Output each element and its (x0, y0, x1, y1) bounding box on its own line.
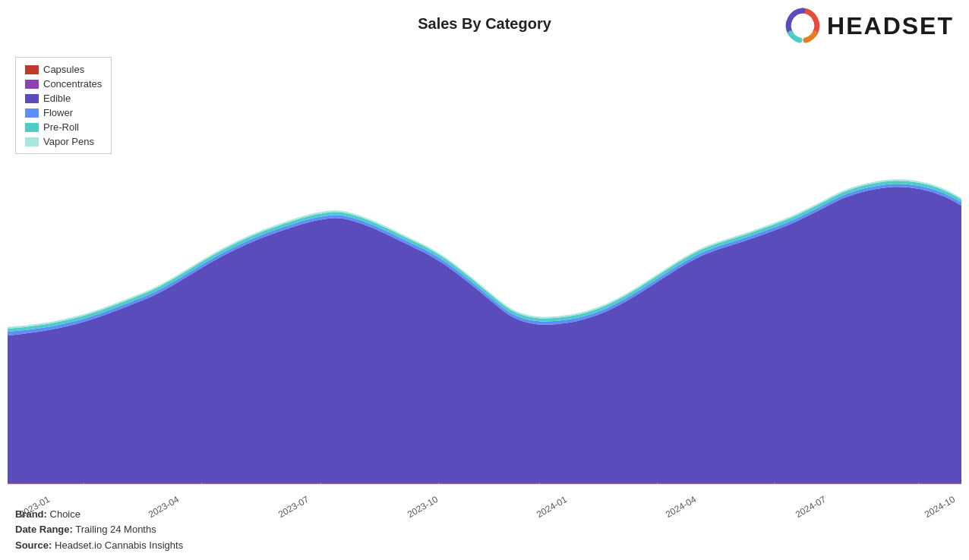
legend-item-edible: Edible (25, 93, 102, 104)
footer-source: Source: Headset.io Cannabis Insights (15, 538, 183, 554)
legend-item-flower: Flower (25, 107, 102, 118)
footer-brand: Brand: Choice (15, 507, 183, 523)
legend-color-capsules (25, 65, 39, 74)
source-label: Source: (15, 540, 52, 551)
brand-label: Brand: (15, 508, 47, 520)
legend-color-vaporpens (25, 137, 39, 146)
brand-value: Choice (50, 508, 80, 520)
footer-info: Brand: Choice Date Range: Trailing 24 Mo… (15, 507, 183, 554)
chart-title: Sales By Category (418, 15, 551, 33)
legend-color-preroll (25, 123, 39, 132)
legend-label-preroll: Pre-Roll (43, 121, 79, 133)
legend-item-concentrates: Concentrates (25, 78, 102, 90)
legend-item-vaporpens: Vapor Pens (25, 136, 102, 147)
date-range-value: Trailing 24 Months (75, 524, 156, 535)
legend-label-concentrates: Concentrates (43, 78, 102, 90)
x-label-4: 2024-01 (535, 494, 569, 520)
headset-logo-icon (784, 8, 821, 44)
svg-point-1 (799, 22, 806, 30)
chart-svg (8, 49, 961, 484)
legend-label-vaporpens: Vapor Pens (43, 136, 94, 147)
legend-label-flower: Flower (43, 107, 73, 118)
footer-date-range: Date Range: Trailing 24 Months (15, 522, 183, 538)
logo-text: HEADSET (827, 12, 954, 40)
x-label-3: 2023-10 (406, 494, 440, 520)
legend-color-edible (25, 94, 39, 103)
header: HEADSET (784, 8, 954, 44)
page-container: HEADSET Sales By Category Capsules Conce… (0, 0, 969, 560)
legend-color-concentrates (25, 80, 39, 89)
legend-color-flower (25, 109, 39, 118)
x-label-2: 2023-07 (276, 494, 310, 520)
x-label-7: 2024-10 (923, 494, 957, 520)
x-label-5: 2024-04 (664, 494, 698, 520)
source-value: Headset.io Cannabis Insights (55, 540, 183, 551)
concentrates-area (8, 483, 961, 483)
x-label-6: 2024-07 (794, 494, 828, 520)
legend-item-capsules: Capsules (25, 64, 102, 75)
legend-label-edible: Edible (43, 93, 71, 104)
legend-label-capsules: Capsules (43, 64, 84, 75)
legend-item-preroll: Pre-Roll (25, 121, 102, 133)
chart-legend: Capsules Concentrates Edible Flower Pre-… (15, 57, 112, 154)
date-range-label: Date Range: (15, 524, 73, 535)
chart-area (8, 49, 961, 484)
